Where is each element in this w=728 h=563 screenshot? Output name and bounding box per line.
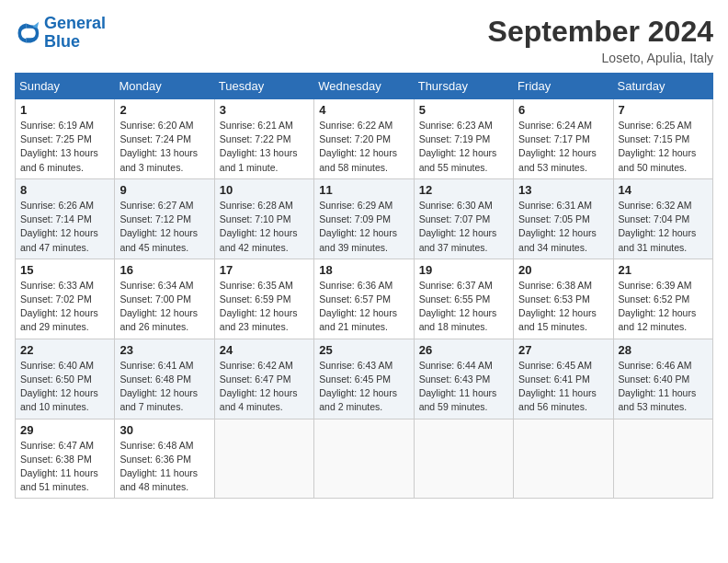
calendar-day-cell: 12Sunrise: 6:30 AMSunset: 7:07 PMDayligh…	[414, 178, 513, 259]
calendar-day-cell: 3Sunrise: 6:21 AMSunset: 7:22 PMDaylight…	[214, 99, 313, 179]
day-info: Sunrise: 6:19 AMSunset: 7:25 PMDaylight:…	[20, 119, 109, 175]
day-number: 1	[20, 103, 109, 117]
day-number: 27	[518, 343, 608, 357]
calendar-day-cell: 6Sunrise: 6:24 AMSunset: 7:17 PMDaylight…	[514, 99, 613, 179]
day-info: Sunrise: 6:22 AMSunset: 7:20 PMDaylight:…	[319, 119, 408, 175]
calendar-day-cell: 11Sunrise: 6:29 AMSunset: 7:09 PMDayligh…	[314, 178, 414, 259]
day-info: Sunrise: 6:27 AMSunset: 7:12 PMDaylight:…	[119, 199, 209, 255]
calendar-day-cell: 13Sunrise: 6:31 AMSunset: 7:05 PMDayligh…	[514, 178, 613, 259]
day-info: Sunrise: 6:48 AMSunset: 6:36 PMDaylight:…	[119, 439, 209, 495]
day-number: 23	[119, 343, 209, 357]
day-number: 13	[518, 183, 608, 197]
day-number: 4	[319, 103, 408, 117]
calendar-day-cell	[514, 419, 613, 499]
calendar-day-cell: 17Sunrise: 6:35 AMSunset: 6:59 PMDayligh…	[214, 259, 313, 339]
calendar-day-cell: 26Sunrise: 6:44 AMSunset: 6:43 PMDayligh…	[414, 339, 513, 419]
title-block: September 2024 Loseto, Apulia, Italy	[488, 15, 713, 65]
calendar-day-cell: 23Sunrise: 6:41 AMSunset: 6:48 PMDayligh…	[115, 339, 214, 419]
calendar-day-cell: 27Sunrise: 6:45 AMSunset: 6:41 PMDayligh…	[514, 339, 613, 419]
day-number: 15	[20, 263, 109, 277]
calendar-day-cell: 10Sunrise: 6:28 AMSunset: 7:10 PMDayligh…	[214, 178, 313, 259]
day-info: Sunrise: 6:31 AMSunset: 7:05 PMDaylight:…	[518, 199, 608, 255]
day-number: 26	[419, 343, 508, 357]
logo-icon	[15, 20, 40, 46]
calendar-week-row: 1Sunrise: 6:19 AMSunset: 7:25 PMDaylight…	[16, 99, 713, 179]
day-info: Sunrise: 6:43 AMSunset: 6:45 PMDaylight:…	[319, 359, 408, 415]
day-number: 29	[20, 423, 109, 437]
day-number: 10	[220, 183, 309, 197]
weekday-header-cell: Sunday	[16, 74, 115, 99]
day-info: Sunrise: 6:44 AMSunset: 6:43 PMDaylight:…	[419, 359, 508, 415]
day-info: Sunrise: 6:24 AMSunset: 7:17 PMDaylight:…	[518, 119, 608, 175]
weekday-header-cell: Friday	[514, 74, 613, 99]
calendar-day-cell: 14Sunrise: 6:32 AMSunset: 7:04 PMDayligh…	[613, 178, 712, 259]
calendar-day-cell: 5Sunrise: 6:23 AMSunset: 7:19 PMDaylight…	[414, 99, 513, 179]
logo-text: General Blue	[44, 15, 106, 52]
calendar-day-cell: 22Sunrise: 6:40 AMSunset: 6:50 PMDayligh…	[16, 339, 115, 419]
day-info: Sunrise: 6:21 AMSunset: 7:22 PMDaylight:…	[220, 119, 309, 175]
calendar-day-cell: 21Sunrise: 6:39 AMSunset: 6:52 PMDayligh…	[613, 259, 712, 339]
location: Loseto, Apulia, Italy	[488, 51, 713, 65]
day-info: Sunrise: 6:41 AMSunset: 6:48 PMDaylight:…	[119, 359, 209, 415]
day-info: Sunrise: 6:26 AMSunset: 7:14 PMDaylight:…	[20, 199, 109, 255]
day-info: Sunrise: 6:30 AMSunset: 7:07 PMDaylight:…	[419, 199, 508, 255]
day-number: 2	[119, 103, 209, 117]
day-info: Sunrise: 6:28 AMSunset: 7:10 PMDaylight:…	[220, 199, 309, 255]
day-number: 19	[419, 263, 508, 277]
calendar-day-cell: 20Sunrise: 6:38 AMSunset: 6:53 PMDayligh…	[514, 259, 613, 339]
day-number: 7	[619, 103, 708, 117]
weekday-header-cell: Tuesday	[214, 74, 313, 99]
day-number: 12	[419, 183, 508, 197]
calendar-day-cell: 16Sunrise: 6:34 AMSunset: 7:00 PMDayligh…	[115, 259, 214, 339]
day-number: 8	[20, 183, 109, 197]
day-info: Sunrise: 6:20 AMSunset: 7:24 PMDaylight:…	[119, 119, 209, 175]
calendar-day-cell: 18Sunrise: 6:36 AMSunset: 6:57 PMDayligh…	[314, 259, 414, 339]
day-info: Sunrise: 6:25 AMSunset: 7:15 PMDaylight:…	[619, 119, 708, 175]
day-info: Sunrise: 6:39 AMSunset: 6:52 PMDaylight:…	[619, 279, 708, 335]
logo: General Blue	[15, 15, 106, 52]
day-number: 6	[518, 103, 608, 117]
calendar-day-cell: 29Sunrise: 6:47 AMSunset: 6:38 PMDayligh…	[16, 419, 115, 499]
day-info: Sunrise: 6:38 AMSunset: 6:53 PMDaylight:…	[518, 279, 608, 335]
calendar-day-cell: 9Sunrise: 6:27 AMSunset: 7:12 PMDaylight…	[115, 178, 214, 259]
day-number: 24	[220, 343, 309, 357]
day-info: Sunrise: 6:40 AMSunset: 6:50 PMDaylight:…	[20, 359, 109, 415]
day-number: 14	[619, 183, 708, 197]
day-info: Sunrise: 6:45 AMSunset: 6:41 PMDaylight:…	[518, 359, 608, 415]
weekday-header-cell: Saturday	[613, 74, 712, 99]
day-number: 17	[220, 263, 309, 277]
calendar-day-cell: 7Sunrise: 6:25 AMSunset: 7:15 PMDaylight…	[613, 99, 712, 179]
day-info: Sunrise: 6:42 AMSunset: 6:47 PMDaylight:…	[220, 359, 309, 415]
calendar-day-cell: 28Sunrise: 6:46 AMSunset: 6:40 PMDayligh…	[613, 339, 712, 419]
calendar-body: 1Sunrise: 6:19 AMSunset: 7:25 PMDaylight…	[16, 99, 713, 499]
calendar-day-cell: 30Sunrise: 6:48 AMSunset: 6:36 PMDayligh…	[115, 419, 214, 499]
month-title: September 2024	[488, 15, 713, 49]
calendar-day-cell: 24Sunrise: 6:42 AMSunset: 6:47 PMDayligh…	[214, 339, 313, 419]
calendar-day-cell: 1Sunrise: 6:19 AMSunset: 7:25 PMDaylight…	[16, 99, 115, 179]
day-number: 20	[518, 263, 608, 277]
day-info: Sunrise: 6:23 AMSunset: 7:19 PMDaylight:…	[419, 119, 508, 175]
weekday-header-cell: Monday	[115, 74, 214, 99]
day-number: 11	[319, 183, 408, 197]
calendar-day-cell: 25Sunrise: 6:43 AMSunset: 6:45 PMDayligh…	[314, 339, 414, 419]
day-number: 25	[319, 343, 408, 357]
day-number: 21	[619, 263, 708, 277]
calendar-day-cell	[613, 419, 712, 499]
day-number: 5	[419, 103, 508, 117]
day-info: Sunrise: 6:46 AMSunset: 6:40 PMDaylight:…	[619, 359, 708, 415]
weekday-header-row: SundayMondayTuesdayWednesdayThursdayFrid…	[16, 74, 713, 99]
calendar-day-cell: 8Sunrise: 6:26 AMSunset: 7:14 PMDaylight…	[16, 178, 115, 259]
day-info: Sunrise: 6:37 AMSunset: 6:55 PMDaylight:…	[419, 279, 508, 335]
calendar-week-row: 8Sunrise: 6:26 AMSunset: 7:14 PMDaylight…	[16, 178, 713, 259]
calendar-day-cell: 4Sunrise: 6:22 AMSunset: 7:20 PMDaylight…	[314, 99, 414, 179]
calendar-day-cell: 19Sunrise: 6:37 AMSunset: 6:55 PMDayligh…	[414, 259, 513, 339]
day-info: Sunrise: 6:47 AMSunset: 6:38 PMDaylight:…	[20, 439, 109, 495]
calendar-week-row: 15Sunrise: 6:33 AMSunset: 7:02 PMDayligh…	[16, 259, 713, 339]
weekday-header-cell: Wednesday	[314, 74, 414, 99]
day-info: Sunrise: 6:32 AMSunset: 7:04 PMDaylight:…	[619, 199, 708, 255]
day-info: Sunrise: 6:33 AMSunset: 7:02 PMDaylight:…	[20, 279, 109, 335]
day-number: 28	[619, 343, 708, 357]
day-info: Sunrise: 6:29 AMSunset: 7:09 PMDaylight:…	[319, 199, 408, 255]
day-number: 9	[119, 183, 209, 197]
day-number: 30	[119, 423, 209, 437]
